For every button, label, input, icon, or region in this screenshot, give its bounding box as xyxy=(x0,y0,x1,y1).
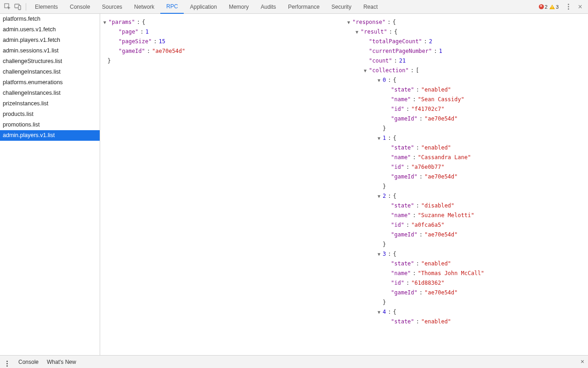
rpc-list-item[interactable]: admin.sessions.v1.list xyxy=(0,46,100,56)
rpc-list-item[interactable]: challengeInstances.list xyxy=(0,67,100,77)
rpc-list-item[interactable]: platforms.fetch xyxy=(0,14,100,24)
chevron-down-icon[interactable]: ▼ xyxy=(376,307,382,317)
object-field-row: "name":"Sean Cassidy" xyxy=(346,95,586,104)
params-pane: ▼ "params" : { "page" : 1 "pageSize" : 1… xyxy=(100,14,344,355)
rpc-list-item[interactable]: admin.users.v1.fetch xyxy=(0,24,100,35)
more-icon[interactable] xyxy=(563,2,573,12)
response-pane: ▼ "response" : { ▼ "result" : { "totalPa… xyxy=(344,14,588,355)
drawer: Console What's New × xyxy=(0,355,588,368)
warning-icon xyxy=(549,5,555,9)
rpc-list-item[interactable]: products.list xyxy=(0,109,100,120)
collection-item-header[interactable]: ▼0:{ xyxy=(346,75,586,85)
tab-memory[interactable]: Memory xyxy=(223,0,254,14)
chevron-down-icon[interactable]: ▼ xyxy=(376,191,382,201)
tab-network[interactable]: Network xyxy=(128,0,160,14)
error-icon xyxy=(539,4,544,9)
object-field-row: "name":"Cassandra Lane" xyxy=(346,153,586,162)
drawer-more-icon[interactable] xyxy=(4,357,10,367)
object-close-brace: } xyxy=(346,124,586,133)
tab-react[interactable]: React xyxy=(357,0,384,14)
object-field-row: "gameId":"ae70e54d" xyxy=(346,230,586,240)
params-root[interactable]: ▼ "params" : { xyxy=(102,17,342,27)
device-toggle-icon[interactable] xyxy=(13,2,23,12)
chevron-down-icon[interactable]: ▼ xyxy=(346,17,351,27)
count-row: "count" : 21 xyxy=(346,56,586,66)
object-close-brace: } xyxy=(346,182,586,191)
collection-item-header[interactable]: ▼4:{ xyxy=(346,307,586,317)
params-page: "page" : 1 xyxy=(102,27,342,37)
object-field-row: "state":"enabled" xyxy=(346,259,586,269)
toolbar-right: 2 3 × xyxy=(539,2,585,12)
toolbar-separator xyxy=(26,3,26,11)
tab-performance[interactable]: Performance xyxy=(282,0,326,14)
drawer-tab-console[interactable]: Console xyxy=(18,359,39,365)
collection-item-header[interactable]: ▼3:{ xyxy=(346,249,586,259)
object-close-brace: } xyxy=(346,298,586,307)
rpc-list-item[interactable]: admin.players.v1.fetch xyxy=(0,35,100,46)
tab-rpc[interactable]: RPC xyxy=(160,0,184,14)
chevron-down-icon[interactable]: ▼ xyxy=(354,27,360,37)
svg-rect-2 xyxy=(18,6,21,10)
rpc-call-list: platforms.fetchadmin.users.v1.fetchadmin… xyxy=(0,14,100,355)
tab-security[interactable]: Security xyxy=(326,0,357,14)
object-field-row: "gameId":"ae70e54d" xyxy=(346,288,586,298)
collection-item-header[interactable]: ▼1:{ xyxy=(346,133,586,143)
drawer-tab-whatsnew[interactable]: What's New xyxy=(47,359,76,365)
warning-count-badge[interactable]: 3 xyxy=(549,4,559,10)
object-field-row: "id":"61d88362" xyxy=(346,278,586,288)
chevron-down-icon[interactable]: ▼ xyxy=(376,75,382,85)
tab-console[interactable]: Console xyxy=(64,0,96,14)
object-field-row: "name":"Thomas John McCall" xyxy=(346,269,586,278)
warning-count: 3 xyxy=(556,4,559,10)
tab-elements[interactable]: Elements xyxy=(29,0,64,14)
chevron-down-icon[interactable]: ▼ xyxy=(102,17,107,27)
tab-application[interactable]: Application xyxy=(184,0,223,14)
chevron-down-icon[interactable]: ▼ xyxy=(376,249,382,259)
currentpagenumber-row: "currentPageNumber" : 1 xyxy=(346,46,586,56)
rpc-list-item[interactable]: challengeStructures.list xyxy=(0,56,100,67)
rpc-list-item[interactable]: promotions.list xyxy=(0,120,100,130)
rpc-list-item[interactable]: admin.players.v1.list xyxy=(0,130,100,141)
params-pagesize: "pageSize" : 15 xyxy=(102,37,342,46)
rpc-detail-content: ▼ "params" : { "page" : 1 "pageSize" : 1… xyxy=(100,14,588,355)
drawer-close-icon[interactable]: × xyxy=(581,358,584,365)
object-field-row: "gameId":"ae70e54d" xyxy=(346,114,586,124)
collection-node[interactable]: ▼ "collection" : [ xyxy=(346,66,586,75)
devtools-tabs: ElementsConsoleSourcesNetworkRPCApplicat… xyxy=(29,0,539,14)
rpc-list-item[interactable]: platforms.enumerations xyxy=(0,77,100,88)
close-devtools-icon[interactable]: × xyxy=(575,2,585,12)
object-field-row: "name":"Suzanne Melotti" xyxy=(346,211,586,220)
object-field-row: "state":"disabled" xyxy=(346,201,586,211)
rpc-list-item[interactable]: prizeInstances.list xyxy=(0,98,100,109)
object-field-row: "state":"enabled" xyxy=(346,317,586,327)
main-area: platforms.fetchadmin.users.v1.fetchadmin… xyxy=(0,14,588,355)
object-close-brace: } xyxy=(346,240,586,249)
collection-item-header[interactable]: ▼2:{ xyxy=(346,191,586,201)
rpc-list-item[interactable]: challengeInstances.list xyxy=(0,88,100,98)
chevron-down-icon[interactable]: ▼ xyxy=(362,66,368,75)
object-field-row: "state":"enabled" xyxy=(346,143,586,153)
tab-sources[interactable]: Sources xyxy=(96,0,128,14)
error-count: 2 xyxy=(545,4,548,10)
params-gameid: "gameId" : "ae70e54d" xyxy=(102,46,342,56)
response-root[interactable]: ▼ "response" : { xyxy=(346,17,586,27)
params-close: } xyxy=(102,56,342,66)
error-count-badge[interactable]: 2 xyxy=(539,4,548,10)
object-field-row: "id":"a0fca6a5" xyxy=(346,220,586,230)
object-field-row: "state":"enabled" xyxy=(346,85,586,95)
object-field-row: "id":"f41702c7" xyxy=(346,104,586,114)
object-field-row: "gameId":"ae70e54d" xyxy=(346,172,586,182)
totalpagecount-row: "totalPageCount" : 2 xyxy=(346,37,586,46)
tab-audits[interactable]: Audits xyxy=(255,0,282,14)
chevron-down-icon[interactable]: ▼ xyxy=(376,133,382,143)
inspect-icon[interactable] xyxy=(3,2,13,12)
devtools-toolbar: ElementsConsoleSourcesNetworkRPCApplicat… xyxy=(0,0,588,14)
object-field-row: "id":"a76e0b77" xyxy=(346,162,586,172)
result-node[interactable]: ▼ "result" : { xyxy=(346,27,586,37)
